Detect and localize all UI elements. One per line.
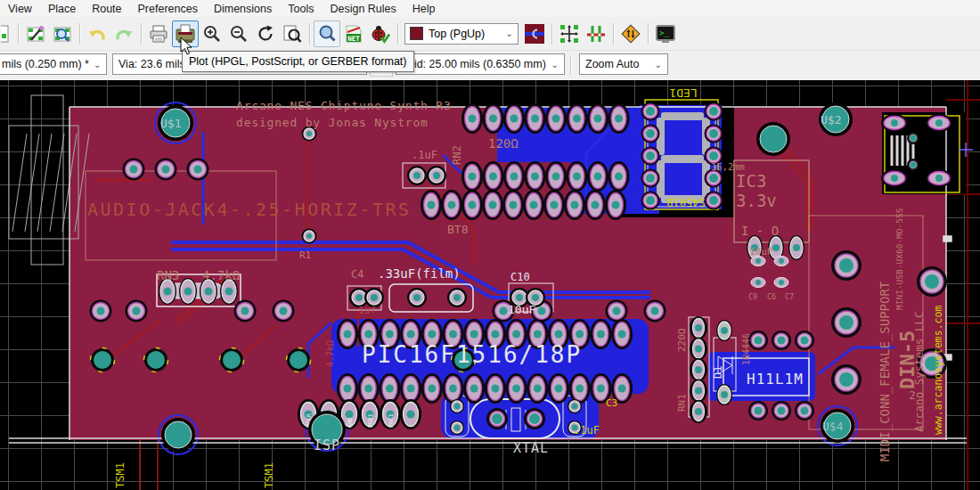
zoom-fit-button[interactable] [279, 20, 306, 47]
board-icon[interactable] [0, 20, 14, 47]
footprint-mode-icon [559, 23, 580, 45]
svg-text:C9: C9 [748, 292, 757, 301]
separator [79, 23, 80, 45]
svg-text:220Ω: 220Ω [676, 328, 688, 352]
svg-text:R1: R1 [299, 249, 311, 261]
app-chrome: View Place Route Preferences Dimensions … [0, 0, 980, 80]
find-icon [316, 23, 338, 45]
print-button[interactable] [145, 20, 172, 47]
menu-route[interactable]: Route [84, 1, 129, 17]
svg-text:NET: NET [347, 34, 360, 42]
zoom-dropdown[interactable]: Zoom Auto ⌄ [579, 53, 668, 75]
svg-text:designed by Jonas Nystrom: designed by Jonas Nystrom [236, 116, 429, 129]
svg-text:PGC1: PGC1 [388, 413, 395, 428]
menu-dimensions[interactable]: Dimensions [206, 1, 280, 17]
main-toolbar: NET Top (PgUp) ⌄ [0, 17, 980, 51]
separator [18, 23, 19, 45]
menu-view[interactable]: View [0, 1, 40, 17]
menu-help[interactable]: Help [404, 1, 444, 17]
chevron-down-icon: ⌄ [502, 29, 513, 38]
svg-text:H11L1M: H11L1M [747, 371, 804, 388]
ratsnest-mode-icon [585, 23, 607, 45]
svg-text:U$2: U$2 [821, 113, 841, 127]
zoom-out-button[interactable] [225, 20, 252, 47]
layer-selector[interactable]: Top (PgUp) ⌄ [404, 23, 519, 45]
svg-text:GND: GND [347, 417, 354, 428]
separator [648, 23, 649, 45]
svg-text:C4: C4 [351, 268, 363, 281]
plot-tooltip: Plot (HPGL, PostScript, or GERBER format… [182, 51, 414, 72]
zoom-out-icon [228, 23, 249, 45]
pcb-canvas[interactable]: MCLRVCCGNDPGD1PGC1 Arcano NES Chiptune S… [0, 80, 980, 490]
svg-text:Arcano Systems LLC: Arcano Systems LLC [912, 312, 926, 432]
svg-text:C7: C7 [785, 292, 794, 301]
undo-icon [86, 23, 108, 45]
svg-text:LED1: LED1 [669, 86, 697, 100]
chevron-down-icon: ⌄ [547, 60, 559, 69]
console-icon: >_ [655, 23, 676, 45]
svg-text:MINI-USB-UX60-MO-5SS: MINI-USB-UX60-MO-5SS [894, 208, 904, 310]
track-width-value: mils (0.250 mm) * [2, 58, 89, 70]
chevron-down-icon: ⌄ [650, 60, 662, 69]
svg-text:1N4446: 1N4446 [741, 333, 751, 365]
layer-selector-value: Top (PgUp) [429, 28, 485, 40]
interactive-router-button[interactable] [617, 20, 644, 47]
find-button[interactable] [314, 20, 340, 47]
svg-text:PIC16F1516/18P: PIC16F1516/18P [362, 341, 582, 368]
separator [397, 23, 398, 45]
svg-text:IC3: IC3 [736, 171, 766, 191]
svg-text:10uF: 10uF [508, 303, 535, 316]
scripting-console-button[interactable]: >_ [652, 20, 679, 47]
footprint-mode-button[interactable] [556, 20, 583, 47]
zoom-in-button[interactable] [199, 20, 225, 47]
layer-pair-icon [524, 23, 545, 45]
redo-button[interactable] [110, 20, 137, 47]
menu-preferences[interactable]: Preferences [130, 1, 206, 17]
track-width-dropdown[interactable]: mils (0.250 mm) * ⌄ [0, 53, 107, 75]
svg-text:I - O: I - O [741, 224, 779, 238]
svg-text:U$4: U$4 [822, 420, 844, 433]
separator [613, 23, 614, 45]
svg-text:10uF: 10uF [749, 246, 773, 257]
menubar: View Place Route Preferences Dimensions … [0, 0, 980, 17]
svg-text:4.7kΩ: 4.7kΩ [325, 340, 335, 367]
svg-text:RN1: RN1 [676, 394, 688, 412]
grid-size-value: Grid: 25.00 mils (0.6350 mm) [402, 58, 546, 70]
layer-color-swatch [410, 27, 423, 40]
svg-text:>_: >_ [659, 29, 669, 37]
svg-text:TSM1: TSM1 [114, 462, 127, 488]
mouse-cursor [180, 37, 194, 57]
aux-toolbar: mils (0.250 mm) * ⌄ Via: 23.6 mils (0.60… [0, 51, 980, 81]
svg-text:TSM1: TSM1 [263, 462, 275, 488]
svg-text:MIDI_CONN_FEMALE_SUPPORT: MIDI_CONN_FEMALE_SUPPORT [878, 281, 893, 461]
menu-design-rules[interactable]: Design Rules [322, 1, 404, 17]
svg-text:XTAL: XTAL [513, 440, 549, 456]
footprint-view-button[interactable] [49, 20, 76, 47]
svg-text:D1: D1 [712, 366, 724, 379]
layer-pair-button[interactable] [521, 20, 548, 47]
svg-text:C10: C10 [510, 271, 530, 283]
drc-button[interactable] [367, 20, 394, 47]
svg-text:C3: C3 [606, 397, 617, 409]
zoom-fit-icon [282, 23, 303, 45]
print-icon [148, 23, 169, 45]
svg-text:AUDIO-JACK4-.25-HORIZ-TRS: AUDIO-JACK4-.25-HORIZ-TRS [87, 199, 412, 220]
grid-size-dropdown[interactable]: Grid: 25.00 mils (0.6350 mm) ⌄ [396, 53, 565, 75]
refresh-button[interactable] [252, 20, 279, 47]
refresh-icon [255, 23, 276, 45]
menu-place[interactable]: Place [40, 1, 84, 17]
ratsnest-mode-button[interactable] [583, 20, 609, 47]
svg-text:Arcano NES Chiptune Synth R3: Arcano NES Chiptune Synth R3 [236, 99, 452, 112]
svg-text:3.3v: 3.3v [736, 191, 777, 210]
menu-tools[interactable]: Tools [280, 1, 322, 17]
svg-text:ISP: ISP [314, 437, 340, 453]
plot-tooltip-text: Plot (HPGL, PostScript, or GERBER format… [189, 55, 407, 68]
separator [309, 23, 310, 45]
svg-text:4.7kΩ: 4.7kΩ [202, 268, 240, 282]
svg-text:S4501B: S4501B [666, 196, 705, 208]
footprint-edit-button[interactable] [22, 20, 49, 47]
netlist-button[interactable]: NET [340, 20, 367, 47]
undo-button[interactable] [84, 20, 110, 47]
svg-text:BT8: BT8 [447, 223, 468, 236]
zoom-value: Zoom Auto [585, 58, 639, 70]
